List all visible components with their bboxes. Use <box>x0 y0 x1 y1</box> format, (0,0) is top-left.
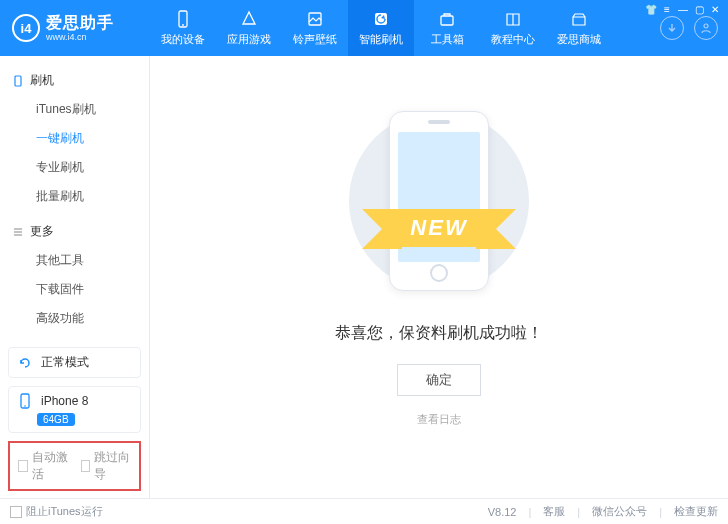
nav-label: 应用游戏 <box>227 32 271 47</box>
nav-my-device[interactable]: 我的设备 <box>150 0 216 56</box>
flash-icon <box>372 10 390 28</box>
view-log-link[interactable]: 查看日志 <box>417 412 461 427</box>
nav-label: 教程中心 <box>491 32 535 47</box>
mode-indicator[interactable]: 正常模式 <box>8 347 141 378</box>
capacity-badge: 64GB <box>37 413 75 426</box>
sidebar-item-batch-flash[interactable]: 批量刷机 <box>0 182 149 211</box>
menu-small-icon <box>12 226 24 238</box>
sidebar-bottom: 正常模式 iPhone 8 64GB 自动激活 跳过向导 <box>0 339 149 499</box>
separator: | <box>528 506 531 518</box>
checkbox-label: 跳过向导 <box>94 449 131 483</box>
nav-flash[interactable]: 智能刷机 <box>348 0 414 56</box>
auto-activate-checkbox[interactable]: 自动激活 <box>18 449 69 483</box>
sidebar-section-flash[interactable]: 刷机 <box>0 66 149 91</box>
brand-logo[interactable]: i4 爱思助手 www.i4.cn <box>0 14 150 42</box>
nav-label: 爱思商城 <box>557 32 601 47</box>
brand-url: www.i4.cn <box>46 33 114 42</box>
section-title: 更多 <box>30 223 54 240</box>
svg-rect-6 <box>15 76 21 86</box>
skin-icon[interactable]: 👕 <box>644 2 658 16</box>
menu-icon[interactable]: ≡ <box>660 2 674 16</box>
device-indicator[interactable]: iPhone 8 64GB <box>8 386 141 433</box>
header-actions <box>660 16 728 40</box>
refresh-icon <box>17 355 33 371</box>
sidebar-item-advanced[interactable]: 高级功能 <box>0 304 149 333</box>
version-label: V8.12 <box>488 506 517 518</box>
nav-apps[interactable]: 应用游戏 <box>216 0 282 56</box>
close-icon[interactable]: ✕ <box>708 2 722 16</box>
sidebar-item-other-tools[interactable]: 其他工具 <box>0 246 149 275</box>
skip-guide-checkbox[interactable]: 跳过向导 <box>81 449 132 483</box>
phone-icon <box>174 10 192 28</box>
ribbon: NEW <box>296 201 582 255</box>
check-update-link[interactable]: 检查更新 <box>674 504 718 519</box>
nav-tutorials[interactable]: 教程中心 <box>480 0 546 56</box>
checkbox-icon <box>18 460 28 472</box>
separator: | <box>659 506 662 518</box>
wechat-link[interactable]: 微信公众号 <box>592 504 647 519</box>
book-icon <box>504 10 522 28</box>
logo-icon: i4 <box>12 14 40 42</box>
user-button[interactable] <box>694 16 718 40</box>
minimize-icon[interactable]: — <box>676 2 690 16</box>
sidebar-item-pro-flash[interactable]: 专业刷机 <box>0 153 149 182</box>
sidebar-item-download-firmware[interactable]: 下载固件 <box>0 275 149 304</box>
phone-small-icon <box>12 75 24 87</box>
sidebar: 刷机 iTunes刷机 一键刷机 专业刷机 批量刷机 更多 其他工具 下载固件 … <box>0 56 150 498</box>
nav-label: 工具箱 <box>431 32 464 47</box>
checkbox-icon <box>10 506 22 518</box>
sidebar-item-itunes-flash[interactable]: iTunes刷机 <box>0 95 149 124</box>
success-message: 恭喜您，保资料刷机成功啦！ <box>335 323 543 344</box>
device-icon <box>17 393 33 409</box>
confirm-button[interactable]: 确定 <box>397 364 481 396</box>
device-name: iPhone 8 <box>41 394 88 408</box>
nav-ringtones[interactable]: 铃声壁纸 <box>282 0 348 56</box>
svg-point-1 <box>182 24 184 26</box>
nav-store[interactable]: 爱思商城 <box>546 0 612 56</box>
sidebar-item-onekey-flash[interactable]: 一键刷机 <box>0 124 149 153</box>
success-illustration: NEW <box>334 101 544 301</box>
main-panel: NEW 恭喜您，保资料刷机成功啦！ 确定 查看日志 <box>150 56 728 498</box>
flash-options: 自动激活 跳过向导 <box>8 441 141 491</box>
toolbox-icon <box>438 10 456 28</box>
main-nav: 我的设备 应用游戏 铃声壁纸 智能刷机 工具箱 教程中心 爱思商城 <box>150 0 612 56</box>
svg-rect-4 <box>441 16 453 25</box>
section-title: 刷机 <box>30 72 54 89</box>
ribbon-text: NEW <box>388 209 489 247</box>
block-itunes-checkbox[interactable]: 阻止iTunes运行 <box>10 504 103 519</box>
checkbox-label: 自动激活 <box>32 449 69 483</box>
window-controls: 👕 ≡ — ▢ ✕ <box>644 2 722 16</box>
separator: | <box>577 506 580 518</box>
mode-label: 正常模式 <box>41 354 89 371</box>
header-bar: 👕 ≡ — ▢ ✕ i4 爱思助手 www.i4.cn 我的设备 应用游戏 铃声… <box>0 0 728 56</box>
nav-toolbox[interactable]: 工具箱 <box>414 0 480 56</box>
maximize-icon[interactable]: ▢ <box>692 2 706 16</box>
body-area: 刷机 iTunes刷机 一键刷机 专业刷机 批量刷机 更多 其他工具 下载固件 … <box>0 56 728 498</box>
svg-point-8 <box>24 405 26 407</box>
sidebar-section-more[interactable]: 更多 <box>0 217 149 242</box>
checkbox-label: 阻止iTunes运行 <box>26 504 103 519</box>
checkbox-icon <box>81 460 91 472</box>
wallpaper-icon <box>306 10 324 28</box>
svg-point-5 <box>704 24 708 28</box>
nav-label: 铃声壁纸 <box>293 32 337 47</box>
apps-icon <box>240 10 258 28</box>
status-bar: 阻止iTunes运行 V8.12 | 客服 | 微信公众号 | 检查更新 <box>0 498 728 524</box>
nav-label: 我的设备 <box>161 32 205 47</box>
brand-name: 爱思助手 <box>46 15 114 31</box>
nav-label: 智能刷机 <box>359 32 403 47</box>
download-button[interactable] <box>660 16 684 40</box>
store-icon <box>570 10 588 28</box>
support-link[interactable]: 客服 <box>543 504 565 519</box>
